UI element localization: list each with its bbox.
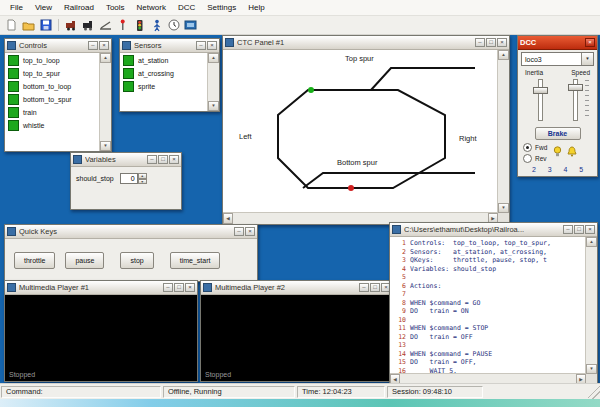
chevron-down-icon[interactable]: ▼ bbox=[581, 53, 593, 65]
speed-slider[interactable] bbox=[565, 78, 585, 122]
spin-down-icon[interactable]: ▼ bbox=[138, 179, 147, 185]
scroll-up-icon[interactable]: ▲ bbox=[498, 50, 509, 60]
scroll-up-icon[interactable]: ▲ bbox=[586, 237, 597, 247]
maximize-button[interactable]: □ bbox=[158, 155, 168, 164]
traffic-light-icon[interactable] bbox=[132, 18, 147, 33]
list-item[interactable]: at_station bbox=[120, 54, 208, 67]
scroll-left-icon[interactable]: ◀ bbox=[223, 213, 233, 224]
minimize-button[interactable]: – bbox=[359, 283, 369, 292]
resize-grip[interactable] bbox=[588, 384, 600, 399]
scroll-down-icon[interactable]: ▼ bbox=[586, 364, 597, 374]
script-code-area[interactable]: 1Controls: top_to_loop, top_to_spur, 2Se… bbox=[390, 237, 586, 374]
control-state-icon[interactable] bbox=[8, 55, 19, 66]
menu-settings[interactable]: Settings bbox=[201, 1, 242, 14]
menu-help[interactable]: Help bbox=[242, 1, 270, 14]
inertia-slider[interactable] bbox=[530, 78, 550, 122]
list-item[interactable]: whistle bbox=[5, 119, 100, 132]
close-button[interactable]: × bbox=[245, 227, 255, 236]
slider-thumb[interactable] bbox=[533, 87, 548, 94]
control-state-icon[interactable] bbox=[8, 120, 19, 131]
dcc-titlebar[interactable]: DCC × bbox=[518, 36, 597, 50]
list-item[interactable]: bottom_to_spur bbox=[5, 93, 100, 106]
signal-icon[interactable] bbox=[115, 18, 130, 33]
save-icon[interactable] bbox=[38, 18, 53, 33]
list-item[interactable]: top_to_spur bbox=[5, 67, 100, 80]
mm1-titlebar[interactable]: Multimedia Player #1 – □ × bbox=[5, 281, 197, 295]
scroll-right-icon[interactable]: ▶ bbox=[576, 374, 586, 383]
control-state-icon[interactable] bbox=[8, 94, 19, 105]
variable-value[interactable]: 0 bbox=[120, 173, 138, 184]
maximize-button[interactable]: □ bbox=[486, 38, 496, 47]
sensors-titlebar[interactable]: Sensors – × bbox=[120, 39, 219, 53]
open-folder-icon[interactable] bbox=[21, 18, 36, 33]
scroll-left-icon[interactable]: ◀ bbox=[390, 374, 400, 383]
menu-network[interactable]: Network bbox=[131, 1, 172, 14]
scroll-down-icon[interactable]: ▼ bbox=[208, 101, 219, 111]
menu-view[interactable]: View bbox=[29, 1, 58, 14]
menu-railroad[interactable]: Railroad bbox=[58, 1, 100, 14]
pause-button[interactable]: pause bbox=[65, 252, 104, 269]
light-bulb-icon[interactable] bbox=[553, 144, 562, 162]
brake-button[interactable]: Brake bbox=[535, 127, 581, 140]
vertical-scrollbar[interactable]: ▲ ▼ bbox=[99, 53, 111, 151]
function-5-button[interactable]: 5 bbox=[579, 166, 583, 173]
horizontal-scrollbar[interactable]: ◀ ▶ bbox=[390, 373, 586, 383]
ctc-titlebar[interactable]: CTC Panel #1 – □ × bbox=[223, 36, 509, 50]
scroll-up-icon[interactable]: ▲ bbox=[208, 53, 219, 63]
function-3-button[interactable]: 3 bbox=[548, 166, 552, 173]
maximize-button[interactable]: □ bbox=[174, 283, 184, 292]
menu-dcc[interactable]: DCC bbox=[172, 1, 201, 14]
track-diagram-canvas[interactable]: Top spur Left Right Bottom spur bbox=[223, 50, 498, 213]
loco-select[interactable]: loco3 ▼ bbox=[521, 52, 594, 66]
close-button[interactable]: × bbox=[207, 41, 217, 50]
menu-file[interactable]: File bbox=[4, 1, 29, 14]
radio-selected-icon[interactable] bbox=[523, 143, 532, 152]
minimize-button[interactable]: – bbox=[147, 155, 157, 164]
maximize-button[interactable]: □ bbox=[370, 283, 380, 292]
minimize-button[interactable]: – bbox=[163, 283, 173, 292]
close-button[interactable]: × bbox=[497, 38, 507, 47]
minimize-button[interactable]: – bbox=[475, 38, 485, 47]
maximize-button[interactable]: □ bbox=[574, 225, 584, 234]
person-icon[interactable] bbox=[149, 18, 164, 33]
time-start-button[interactable]: time_start bbox=[170, 252, 221, 269]
minimize-button[interactable]: – bbox=[88, 41, 98, 50]
vertical-scrollbar[interactable]: ▲ ▼ bbox=[585, 237, 597, 374]
minimize-button[interactable]: – bbox=[196, 41, 206, 50]
control-state-icon[interactable] bbox=[8, 81, 19, 92]
new-file-icon[interactable] bbox=[4, 18, 19, 33]
command-input-segment[interactable]: Command: bbox=[1, 386, 161, 398]
script-titlebar[interactable]: C:\Users\ethamut\Desktop\Railroa... – □ … bbox=[390, 223, 597, 237]
locomotive-red-icon[interactable] bbox=[64, 18, 79, 33]
vertical-scrollbar[interactable]: ▲ ▼ bbox=[497, 50, 509, 213]
direction-fwd-option[interactable]: Fwd bbox=[523, 143, 547, 152]
control-state-icon[interactable] bbox=[8, 107, 19, 118]
close-button[interactable]: × bbox=[585, 225, 595, 234]
list-item[interactable]: at_crossing bbox=[120, 67, 208, 80]
bell-icon[interactable] bbox=[567, 144, 577, 162]
close-button[interactable]: × bbox=[585, 38, 595, 47]
throttle-button[interactable]: throttle bbox=[14, 252, 55, 269]
function-2-button[interactable]: 2 bbox=[532, 166, 536, 173]
slider-thumb[interactable] bbox=[568, 84, 583, 91]
scroll-down-icon[interactable]: ▼ bbox=[498, 203, 509, 213]
menu-tools[interactable]: Tools bbox=[100, 1, 131, 14]
quick-keys-titlebar[interactable]: Quick Keys – × bbox=[5, 225, 257, 239]
control-state-icon[interactable] bbox=[8, 68, 19, 79]
controls-titlebar[interactable]: Controls – × bbox=[5, 39, 111, 53]
close-button[interactable]: × bbox=[169, 155, 179, 164]
scroll-up-icon[interactable]: ▲ bbox=[100, 53, 111, 63]
close-button[interactable]: × bbox=[99, 41, 109, 50]
variables-titlebar[interactable]: Variables – □ × bbox=[71, 153, 181, 167]
radio-unselected-icon[interactable] bbox=[523, 154, 532, 163]
close-button[interactable]: × bbox=[185, 283, 195, 292]
list-item[interactable]: sprite bbox=[120, 80, 208, 93]
minimize-button[interactable]: – bbox=[234, 227, 244, 236]
vertical-scrollbar[interactable]: ▲ ▼ bbox=[207, 53, 219, 111]
scroll-down-icon[interactable]: ▼ bbox=[100, 141, 111, 151]
minimize-button[interactable]: – bbox=[563, 225, 573, 234]
stop-button[interactable]: stop bbox=[120, 252, 153, 269]
direction-rev-option[interactable]: Rev bbox=[523, 154, 547, 163]
list-item[interactable]: top_to_loop bbox=[5, 54, 100, 67]
track-switch-icon[interactable] bbox=[98, 18, 113, 33]
